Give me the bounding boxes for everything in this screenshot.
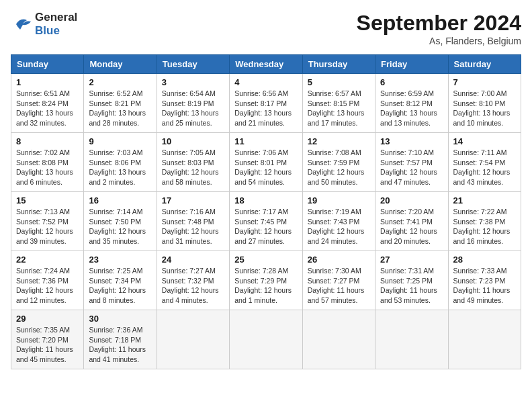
day-number: 4 [234,77,297,87]
calendar-cell: 8Sunrise: 7:02 AMSunset: 8:08 PMDaylight… [11,133,84,192]
day-number: 11 [234,136,297,146]
calendar-cell: 26Sunrise: 7:30 AMSunset: 7:27 PMDayligh… [302,251,375,310]
day-number: 6 [380,77,443,87]
calendar-cell: 29Sunrise: 7:35 AMSunset: 7:20 PMDayligh… [11,310,84,369]
calendar-cell: 15Sunrise: 7:13 AMSunset: 7:52 PMDayligh… [11,192,84,251]
logo-icon [11,15,32,34]
calendar-cell: 18Sunrise: 7:17 AMSunset: 7:45 PMDayligh… [230,192,302,251]
day-info: Sunrise: 7:35 AMSunset: 7:20 PMDaylight:… [16,325,79,365]
calendar-cell: 11Sunrise: 7:06 AMSunset: 8:01 PMDayligh… [230,133,302,192]
calendar-cell: 23Sunrise: 7:25 AMSunset: 7:34 PMDayligh… [84,251,157,310]
day-info: Sunrise: 7:24 AMSunset: 7:36 PMDaylight:… [16,266,79,306]
calendar-cell: 1Sunrise: 6:51 AMSunset: 8:24 PMDaylight… [11,74,84,133]
calendar-cell [375,310,448,369]
day-info: Sunrise: 7:20 AMSunset: 7:41 PMDaylight:… [380,207,443,246]
day-number: 21 [453,195,516,205]
day-info: Sunrise: 7:27 AMSunset: 7:32 PMDaylight:… [162,266,224,306]
day-info: Sunrise: 6:59 AMSunset: 8:12 PMDaylight:… [380,89,443,128]
day-number: 28 [453,255,516,265]
calendar-cell: 7Sunrise: 7:00 AMSunset: 8:10 PMDaylight… [448,74,521,133]
weekday-header-tuesday: Tuesday [157,55,229,74]
logo: General Blue [11,11,77,37]
logo-text: General Blue [35,11,77,37]
day-info: Sunrise: 7:05 AMSunset: 8:03 PMDaylight:… [162,148,224,187]
calendar-cell: 24Sunrise: 7:27 AMSunset: 7:32 PMDayligh… [157,251,229,310]
day-number: 29 [16,314,79,324]
calendar-cell: 4Sunrise: 6:56 AMSunset: 8:17 PMDaylight… [230,74,302,133]
calendar-cell: 5Sunrise: 6:57 AMSunset: 8:15 PMDaylight… [302,74,375,133]
day-info: Sunrise: 7:03 AMSunset: 8:06 PMDaylight:… [89,148,151,187]
day-number: 19 [308,195,370,205]
calendar-cell: 9Sunrise: 7:03 AMSunset: 8:06 PMDaylight… [84,133,157,192]
day-number: 15 [16,195,79,205]
weekday-header-sunday: Sunday [11,55,84,74]
day-number: 9 [89,136,151,146]
day-info: Sunrise: 7:14 AMSunset: 7:50 PMDaylight:… [89,207,151,246]
calendar-cell: 16Sunrise: 7:14 AMSunset: 7:50 PMDayligh… [84,192,157,251]
weekday-header-saturday: Saturday [448,55,521,74]
day-info: Sunrise: 7:28 AMSunset: 7:29 PMDaylight:… [234,266,297,306]
day-number: 22 [16,255,79,265]
day-number: 8 [16,136,79,146]
day-number: 25 [234,255,297,265]
weekday-header-monday: Monday [84,55,157,74]
day-info: Sunrise: 7:08 AMSunset: 7:59 PMDaylight:… [308,148,370,187]
calendar-cell: 6Sunrise: 6:59 AMSunset: 8:12 PMDaylight… [375,74,448,133]
day-info: Sunrise: 6:57 AMSunset: 8:15 PMDaylight:… [308,89,370,128]
day-number: 14 [453,136,516,146]
day-number: 13 [380,136,443,146]
day-info: Sunrise: 7:33 AMSunset: 7:23 PMDaylight:… [453,266,516,306]
day-number: 7 [453,77,516,87]
day-number: 18 [234,195,297,205]
day-number: 27 [380,255,443,265]
calendar-cell: 28Sunrise: 7:33 AMSunset: 7:23 PMDayligh… [448,251,521,310]
calendar-cell: 14Sunrise: 7:11 AMSunset: 7:54 PMDayligh… [448,133,521,192]
day-number: 26 [308,255,370,265]
calendar-cell: 10Sunrise: 7:05 AMSunset: 8:03 PMDayligh… [157,133,229,192]
day-number: 5 [308,77,370,87]
calendar-cell [230,310,302,369]
calendar-cell: 30Sunrise: 7:36 AMSunset: 7:18 PMDayligh… [84,310,157,369]
weekday-header-row: SundayMondayTuesdayWednesdayThursdayFrid… [11,55,521,74]
calendar-cell: 2Sunrise: 6:52 AMSunset: 8:21 PMDaylight… [84,74,157,133]
calendar-cell: 20Sunrise: 7:20 AMSunset: 7:41 PMDayligh… [375,192,448,251]
day-info: Sunrise: 7:31 AMSunset: 7:25 PMDaylight:… [380,266,443,306]
calendar-cell [302,310,375,369]
month-title: September 2024 [357,11,521,36]
calendar-cell [157,310,229,369]
calendar-cell [448,310,521,369]
calendar-cell: 17Sunrise: 7:16 AMSunset: 7:48 PMDayligh… [157,192,229,251]
calendar-cell: 12Sunrise: 7:08 AMSunset: 7:59 PMDayligh… [302,133,375,192]
location: As, Flanders, Belgium [357,36,521,46]
calendar-cell: 19Sunrise: 7:19 AMSunset: 7:43 PMDayligh… [302,192,375,251]
calendar-cell: 22Sunrise: 7:24 AMSunset: 7:36 PMDayligh… [11,251,84,310]
day-info: Sunrise: 7:19 AMSunset: 7:43 PMDaylight:… [308,207,370,246]
day-info: Sunrise: 6:51 AMSunset: 8:24 PMDaylight:… [16,89,79,128]
calendar-table: SundayMondayTuesdayWednesdayThursdayFrid… [11,54,521,369]
day-number: 23 [89,255,151,265]
day-info: Sunrise: 6:54 AMSunset: 8:19 PMDaylight:… [162,89,224,128]
weekday-header-thursday: Thursday [302,55,375,74]
day-number: 2 [89,77,151,87]
day-number: 17 [162,195,224,205]
week-row-5: 29Sunrise: 7:35 AMSunset: 7:20 PMDayligh… [11,310,521,369]
day-info: Sunrise: 7:06 AMSunset: 8:01 PMDaylight:… [234,148,297,187]
week-row-1: 1Sunrise: 6:51 AMSunset: 8:24 PMDaylight… [11,74,521,133]
weekday-header-friday: Friday [375,55,448,74]
day-info: Sunrise: 7:11 AMSunset: 7:54 PMDaylight:… [453,148,516,187]
day-info: Sunrise: 7:17 AMSunset: 7:45 PMDaylight:… [234,207,297,246]
week-row-2: 8Sunrise: 7:02 AMSunset: 8:08 PMDaylight… [11,133,521,192]
day-info: Sunrise: 6:56 AMSunset: 8:17 PMDaylight:… [234,89,297,128]
calendar-cell: 13Sunrise: 7:10 AMSunset: 7:57 PMDayligh… [375,133,448,192]
day-number: 16 [89,195,151,205]
day-number: 20 [380,195,443,205]
week-row-3: 15Sunrise: 7:13 AMSunset: 7:52 PMDayligh… [11,192,521,251]
weekday-header-wednesday: Wednesday [230,55,302,74]
day-info: Sunrise: 7:30 AMSunset: 7:27 PMDaylight:… [308,266,370,306]
day-number: 12 [308,136,370,146]
day-info: Sunrise: 7:25 AMSunset: 7:34 PMDaylight:… [89,266,151,306]
calendar-cell: 21Sunrise: 7:22 AMSunset: 7:38 PMDayligh… [448,192,521,251]
day-number: 3 [162,77,224,87]
page-header: General Blue September 2024 As, Flanders… [11,11,521,46]
day-info: Sunrise: 7:36 AMSunset: 7:18 PMDaylight:… [89,325,151,365]
